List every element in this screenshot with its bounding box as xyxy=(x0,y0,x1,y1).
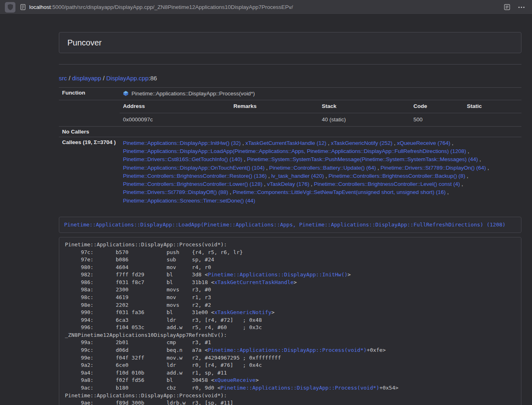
callee-separator: , xyxy=(478,156,481,162)
callee-separator: , xyxy=(460,181,463,187)
reader-view-icon[interactable] xyxy=(504,4,510,10)
callee-link[interactable]: Pinetime::System::SystemTask::PushMessag… xyxy=(247,156,478,162)
callees-row: Callees (19, Σ=3704 ) Pinetime::Applicat… xyxy=(59,137,521,207)
callee-separator: , xyxy=(326,140,331,146)
callee-separator: , xyxy=(450,140,454,146)
static-value xyxy=(463,113,521,126)
callee-link[interactable]: lv_task_handler (420) xyxy=(271,173,324,179)
callee-link[interactable]: xQueueReceive (764) xyxy=(397,140,450,146)
col-remarks: Remarks xyxy=(230,100,319,113)
col-static: Static xyxy=(463,100,521,113)
callee-separator: , xyxy=(324,173,328,179)
function-name: Pinetime::Applications::DisplayApp::Proc… xyxy=(131,90,255,97)
no-callers-row: No Callers xyxy=(59,126,521,137)
breadcrumb-separator: / xyxy=(101,75,106,82)
code-symbol-link[interactable]: Pinetime::Applications::DisplayApp::Proc… xyxy=(208,347,366,353)
callees-label: Callees (19, Σ=3704 ) xyxy=(59,137,120,207)
remarks-value xyxy=(230,113,319,126)
function-table: Function Pinetime::Applications::Display… xyxy=(59,87,521,207)
callee-link[interactable]: xTaskGenericNotify (252) xyxy=(331,140,393,146)
callees-list: Pinetime::Applications::DisplayApp::Init… xyxy=(120,137,521,207)
callee-separator: , xyxy=(265,165,269,171)
code-symbol-link[interactable]: Pinetime::Applications::DisplayApp::Init… xyxy=(208,271,347,278)
breadcrumb-link-src[interactable]: src xyxy=(59,75,67,82)
callee-link[interactable]: Pinetime::Controllers::BrightnessControl… xyxy=(314,181,460,187)
stats-values-row: 0x0000097c 40 (static) 500 xyxy=(120,113,521,126)
callee-separator: , xyxy=(465,173,468,179)
callee-separator: , xyxy=(392,140,397,146)
callee-link[interactable]: Pinetime::Controllers::Battery::Update()… xyxy=(269,165,376,171)
callee-link[interactable]: Pinetime::Applications::Screens::Timer::… xyxy=(123,198,255,204)
callee-separator: , xyxy=(263,181,267,187)
callee-separator: , xyxy=(309,181,314,187)
function-cube-icon xyxy=(123,90,129,96)
callee-separator: , xyxy=(446,189,449,195)
url-path: :5000/path/src/displayapp/DisplayApp.cpp… xyxy=(51,4,293,10)
address-value: 0x0000097c xyxy=(120,113,230,126)
callee-link[interactable]: Pinetime::Applications::DisplayApp::OnTo… xyxy=(123,165,265,171)
url-text: localhost:5000/path/src/displayapp/Displ… xyxy=(29,4,293,10)
divider xyxy=(59,64,521,65)
no-callers-label: No Callers xyxy=(59,126,120,137)
code-symbol-link[interactable]: xQueueReceive xyxy=(214,377,256,383)
disassembly: Pinetime::Applications::DisplayApp::Proc… xyxy=(59,237,521,405)
shield-glyph xyxy=(8,4,13,10)
breadcrumb-line-number: :86 xyxy=(149,75,157,82)
url-host: localhost xyxy=(29,4,51,10)
callee-link[interactable]: vTaskDelay (176) xyxy=(267,181,309,187)
function-row: Function Pinetime::Applications::Display… xyxy=(59,88,521,100)
shield-icon[interactable] xyxy=(5,2,15,13)
callee-separator: , xyxy=(376,165,381,171)
code-symbol-link[interactable]: xTaskGenericNotify xyxy=(214,309,271,315)
url-bar[interactable]: localhost:5000/path/src/displayapp/Displ… xyxy=(15,4,499,10)
overflow-menu-icon[interactable] xyxy=(518,6,525,8)
code-symbol-link[interactable]: xTaskGetCurrentTaskHandle xyxy=(214,279,294,285)
page-container: Puncover src / displayapp / DisplayApp.c… xyxy=(59,32,521,405)
stats-table: Address Remarks Stack Code Static 0x0000… xyxy=(120,100,521,126)
callee-link[interactable]: Pinetime::Drivers::St7789::DisplayOff() … xyxy=(123,189,228,195)
code-symbol-link[interactable]: Pinetime::Applications::DisplayApp::Proc… xyxy=(221,385,379,391)
toolbar-actions xyxy=(499,4,527,10)
callee-separator: , xyxy=(466,148,470,154)
breadcrumb: src / displayapp / DisplayApp.cpp:86 xyxy=(59,75,521,82)
app-title: Puncover xyxy=(67,38,102,47)
col-address: Address xyxy=(120,100,230,113)
loadapp-highlight-box: Pinetime::Applications::DisplayApp::Load… xyxy=(59,217,521,233)
callee-separator: , xyxy=(228,189,233,195)
callee-link[interactable]: Pinetime::Drivers::St7789::DisplayOn() (… xyxy=(381,165,486,171)
function-label: Function xyxy=(59,88,120,100)
callee-link[interactable]: Pinetime::Controllers::BrightnessControl… xyxy=(123,181,263,187)
callee-link[interactable]: Pinetime::Applications::DisplayApp::Init… xyxy=(123,140,241,146)
callee-link[interactable]: xTaskGetCurrentTaskHandle (12) xyxy=(246,140,327,146)
stack-value: 40 (static) xyxy=(319,113,410,126)
breadcrumb-link-file[interactable]: DisplayApp.cpp xyxy=(106,75,149,82)
app-header: Puncover xyxy=(59,32,521,53)
col-code: Code xyxy=(410,100,464,113)
breadcrumb-separator: / xyxy=(67,75,72,82)
stats-row: Address Remarks Stack Code Static 0x0000… xyxy=(59,100,521,127)
callee-separator: , xyxy=(241,140,245,146)
page-info-icon[interactable] xyxy=(20,4,26,10)
code-value: 500 xyxy=(410,113,464,126)
callee-link[interactable]: Pinetime::Applications::DisplayApp::Load… xyxy=(123,148,466,154)
breadcrumb-link-displayapp[interactable]: displayapp xyxy=(72,75,101,82)
callee-link[interactable]: Pinetime::Controllers::BrightnessControl… xyxy=(123,173,267,179)
callee-link[interactable]: Pinetime::Drivers::Cst816S::GetTouchInfo… xyxy=(123,156,242,162)
loadapp-link[interactable]: Pinetime::Applications::DisplayApp::Load… xyxy=(64,222,506,228)
callee-separator: , xyxy=(242,156,247,162)
col-stack: Stack xyxy=(319,100,410,113)
callee-separator: , xyxy=(267,173,271,179)
callee-link[interactable]: Pinetime::Components::LittleVgl::SetNewT… xyxy=(233,189,446,195)
callee-separator: , xyxy=(486,165,489,171)
callee-link[interactable]: Pinetime::Controllers::BrightnessControl… xyxy=(329,173,465,179)
browser-toolbar: localhost:5000/path/src/displayapp/Displ… xyxy=(0,0,532,15)
